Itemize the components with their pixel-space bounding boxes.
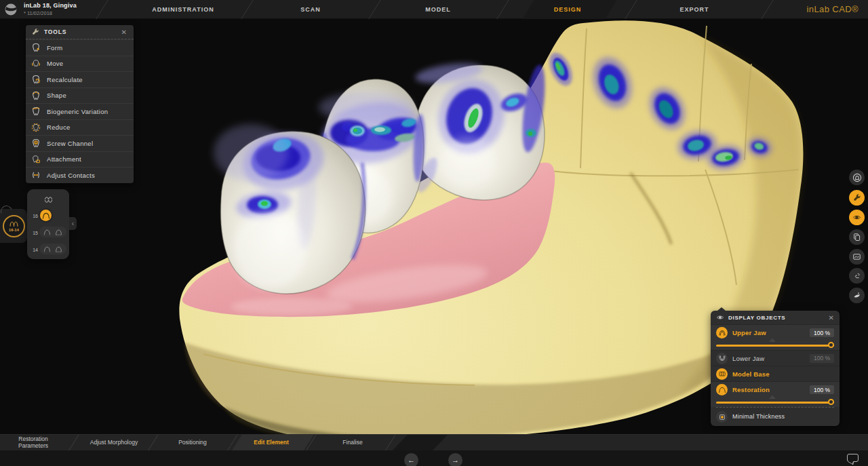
tool-item-reduce[interactable]: Reduce — [26, 119, 134, 136]
lower-jaw-opacity-value: 100 % — [810, 354, 834, 363]
display-objects-header: DISPLAY OBJECTS ✕ — [711, 311, 840, 324]
display-objects-panel: DISPLAY OBJECTS ✕ Upper Jaw 100 % Lower … — [711, 311, 840, 426]
model-base-label: Model Base — [732, 370, 834, 378]
tooth-row-16[interactable]: 16 — [27, 207, 69, 224]
crown-14 — [413, 60, 549, 200]
divider — [96, 0, 108, 19]
tooth-row-14[interactable]: 14 — [27, 241, 69, 258]
collapse-panel-chevron[interactable]: ‹ — [69, 217, 77, 230]
screw-channel-icon — [31, 138, 41, 148]
divider — [241, 0, 253, 19]
restoration-opacity-slider[interactable] — [716, 397, 834, 407]
step-finalise[interactable]: Finalise — [342, 435, 362, 451]
display-objects-close-icon[interactable]: ✕ — [829, 314, 834, 322]
tools-panel-header: TOOLS ✕ — [26, 25, 134, 39]
step-restoration-parameters[interactable]: Restoration Parameters — [5, 435, 62, 451]
upper-jaw-opacity-value: 100 % — [810, 328, 834, 337]
tooth-analysis-icon — [852, 173, 862, 182]
tooth-row-15[interactable]: 15 — [27, 224, 69, 241]
tool-item-recalculate[interactable]: Recalculate — [26, 71, 134, 88]
eye-icon — [716, 313, 724, 322]
tab-administration[interactable]: ADMINISTRATION — [152, 0, 214, 19]
crown-option-icon[interactable] — [43, 229, 51, 236]
restoration-icon[interactable] — [716, 384, 728, 395]
tooth-analysis-button[interactable] — [849, 170, 865, 185]
tools-panel: TOOLS ✕ Form Move Recalculate Shape Biog… — [26, 25, 134, 183]
tooth-number: 14 — [31, 247, 38, 252]
tool-item-attachment[interactable]: Attachment — [26, 151, 134, 168]
app-window: inLab 18, Gingiva * 11/02/2018 ADMINISTR… — [0, 0, 868, 466]
pontic-option-icon[interactable] — [55, 246, 62, 253]
wrench-icon — [852, 193, 861, 202]
lower-jaw-icon[interactable] — [716, 353, 728, 364]
tooth-number: 15 — [31, 230, 38, 235]
divider — [496, 0, 509, 19]
tool-item-move[interactable]: Move — [26, 56, 134, 72]
display-row-lower-jaw[interactable]: Lower Jaw 100 % — [711, 350, 840, 366]
divider — [625, 0, 637, 19]
step-positioning[interactable]: Positioning — [178, 435, 207, 451]
tooth-number: 16 — [31, 213, 38, 218]
tab-design[interactable]: DESIGN — [554, 0, 582, 19]
top-bar: inLab 18, Gingiva * 11/02/2018 ADMINISTR… — [0, 0, 868, 19]
restoration-range-badge[interactable]: 16-14 — [3, 215, 25, 237]
display-objects-button[interactable] — [849, 210, 865, 225]
minimal-thickness-icon[interactable] — [716, 411, 728, 423]
upper-jaw-icon[interactable] — [716, 327, 728, 338]
tooth-selector-panel: 16 15 14 ‹ — [27, 189, 69, 259]
workflow-phase-bar: Restoration Parameters Adjust Morphology… — [0, 434, 868, 450]
tools-panel-close-icon[interactable]: ✕ — [120, 28, 128, 36]
tooth-16-selected-crown-icon[interactable] — [40, 210, 52, 221]
display-row-minimal-thickness[interactable]: Minimal Thickness — [711, 408, 840, 426]
model-base-icon[interactable] — [716, 368, 728, 380]
crown-option-icon[interactable] — [43, 246, 51, 253]
previous-step-button[interactable]: ← — [404, 453, 418, 466]
comment-icon[interactable] — [847, 454, 859, 462]
divider — [368, 0, 380, 19]
step-edit-element[interactable]: Edit Element — [254, 435, 288, 451]
recalculate-icon — [31, 75, 41, 84]
divider — [385, 435, 396, 451]
eye-icon — [852, 213, 861, 222]
slider-track[interactable] — [716, 402, 834, 404]
display-objects-title: DISPLAY OBJECTS — [728, 315, 829, 321]
slider-handle[interactable] — [828, 342, 834, 348]
tool-item-shape[interactable]: Shape — [26, 88, 134, 104]
project-title-block: inLab 18, Gingiva * 11/02/2018 — [24, 2, 77, 16]
model-link-button[interactable] — [849, 268, 865, 284]
minimal-thickness-label: Minimal Thickness — [732, 413, 834, 420]
tab-scan[interactable]: SCAN — [300, 0, 321, 19]
tab-model[interactable]: MODEL — [425, 0, 451, 19]
shape-icon — [31, 91, 41, 100]
badge-label: 16-14 — [9, 228, 19, 232]
upper-jaw-opacity-slider[interactable] — [716, 341, 834, 350]
tab-export[interactable]: EXPORT — [679, 0, 709, 19]
tool-item-biogeneric-variation[interactable]: Biogeneric Variation — [26, 103, 134, 119]
move-icon — [31, 59, 41, 69]
lower-jaw-label: Lower Jaw — [732, 355, 810, 362]
tool-item-form[interactable]: Form — [26, 39, 134, 56]
tool-item-adjust-contacts[interactable]: Adjust Contacts — [26, 167, 134, 183]
slider-handle[interactable] — [828, 399, 834, 405]
documents-icon — [852, 233, 861, 241]
tools-panel-title: TOOLS — [44, 28, 120, 35]
tools-button[interactable] — [849, 190, 865, 206]
brand-logo: inLab CAD® — [807, 0, 859, 19]
display-row-model-base[interactable]: Model Base — [711, 366, 840, 381]
pontic-option-icon[interactable] — [55, 229, 62, 236]
tool-item-screw-channel[interactable]: Screw Channel — [26, 135, 134, 151]
next-step-button[interactable]: → — [448, 453, 462, 466]
view-frame-icon — [852, 252, 861, 261]
polish-button[interactable] — [849, 288, 865, 303]
slider-track[interactable] — [716, 345, 834, 347]
form-icon — [31, 43, 41, 52]
divider — [148, 435, 159, 451]
slider-notch — [769, 338, 776, 342]
upper-jaw-label: Upper Jaw — [732, 329, 810, 336]
wrench-icon — [31, 28, 39, 36]
model-shadow-overlay — [392, 435, 448, 451]
view-options-button[interactable] — [849, 249, 865, 265]
documents-button[interactable] — [849, 229, 865, 245]
restoration-label: Restoration — [732, 386, 810, 393]
step-adjust-morphology[interactable]: Adjust Morphology — [85, 435, 142, 451]
